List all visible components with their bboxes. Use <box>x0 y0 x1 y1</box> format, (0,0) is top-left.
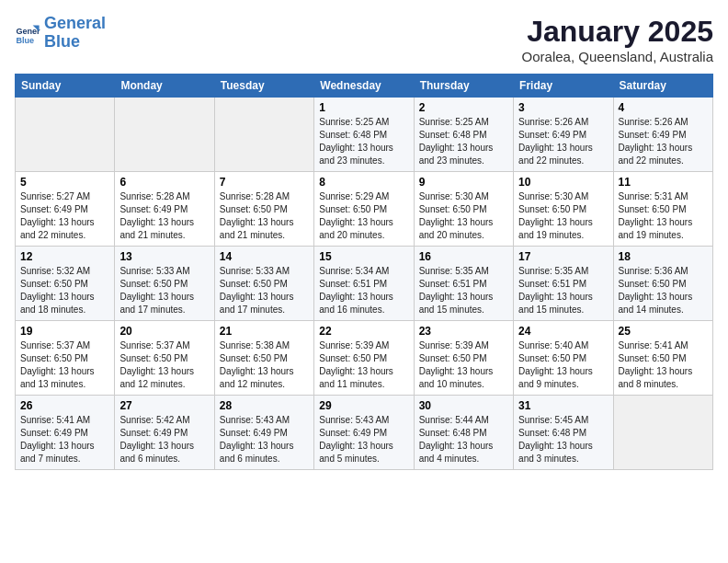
day-info: Sunrise: 5:38 AM Sunset: 6:50 PM Dayligh… <box>220 339 309 391</box>
day-cell: 22Sunrise: 5:39 AM Sunset: 6:50 PM Dayli… <box>314 321 414 396</box>
day-cell: 17Sunrise: 5:35 AM Sunset: 6:51 PM Dayli… <box>514 247 613 321</box>
day-cell: 7Sunrise: 5:28 AM Sunset: 6:50 PM Daylig… <box>214 172 313 247</box>
day-info: Sunrise: 5:39 AM Sunset: 6:50 PM Dayligh… <box>419 339 508 391</box>
day-number: 11 <box>619 176 708 189</box>
day-cell: 8Sunrise: 5:29 AM Sunset: 6:50 PM Daylig… <box>314 172 414 247</box>
day-cell: 28Sunrise: 5:43 AM Sunset: 6:49 PM Dayli… <box>214 396 313 470</box>
day-cell: 10Sunrise: 5:30 AM Sunset: 6:50 PM Dayli… <box>514 172 613 247</box>
day-cell: 24Sunrise: 5:40 AM Sunset: 6:50 PM Dayli… <box>514 321 613 396</box>
day-number: 10 <box>518 176 608 189</box>
day-number: 13 <box>119 250 209 263</box>
logo-blue: Blue <box>44 33 106 52</box>
day-number: 1 <box>319 101 408 114</box>
day-number: 31 <box>518 399 608 412</box>
day-cell <box>214 98 313 172</box>
week-row-3: 12Sunrise: 5:32 AM Sunset: 6:50 PM Dayli… <box>16 247 713 321</box>
day-info: Sunrise: 5:33 AM Sunset: 6:50 PM Dayligh… <box>119 265 209 316</box>
day-number: 9 <box>419 176 508 189</box>
day-cell: 16Sunrise: 5:35 AM Sunset: 6:51 PM Dayli… <box>414 247 513 321</box>
day-info: Sunrise: 5:45 AM Sunset: 6:48 PM Dayligh… <box>518 414 608 465</box>
day-cell <box>16 98 115 172</box>
day-info: Sunrise: 5:40 AM Sunset: 6:50 PM Dayligh… <box>518 339 608 391</box>
day-info: Sunrise: 5:39 AM Sunset: 6:50 PM Dayligh… <box>319 339 408 391</box>
day-info: Sunrise: 5:33 AM Sunset: 6:50 PM Dayligh… <box>220 265 309 316</box>
day-cell: 27Sunrise: 5:42 AM Sunset: 6:49 PM Dayli… <box>115 396 214 470</box>
day-info: Sunrise: 5:28 AM Sunset: 6:49 PM Dayligh… <box>119 190 209 242</box>
day-info: Sunrise: 5:25 AM Sunset: 6:48 PM Dayligh… <box>319 116 408 167</box>
day-info: Sunrise: 5:34 AM Sunset: 6:51 PM Dayligh… <box>319 265 408 316</box>
weekday-header-friday: Friday <box>514 75 613 98</box>
day-info: Sunrise: 5:25 AM Sunset: 6:48 PM Dayligh… <box>419 116 508 167</box>
day-cell: 31Sunrise: 5:45 AM Sunset: 6:48 PM Dayli… <box>514 396 613 470</box>
day-number: 28 <box>220 399 309 412</box>
day-cell: 13Sunrise: 5:33 AM Sunset: 6:50 PM Dayli… <box>115 247 214 321</box>
day-info: Sunrise: 5:37 AM Sunset: 6:50 PM Dayligh… <box>20 339 109 391</box>
month-title: January 2025 <box>522 15 713 49</box>
day-number: 2 <box>419 101 508 114</box>
day-cell: 23Sunrise: 5:39 AM Sunset: 6:50 PM Dayli… <box>414 321 513 396</box>
day-cell: 25Sunrise: 5:41 AM Sunset: 6:50 PM Dayli… <box>613 321 712 396</box>
day-info: Sunrise: 5:43 AM Sunset: 6:49 PM Dayligh… <box>220 414 309 465</box>
day-number: 17 <box>518 250 608 263</box>
day-info: Sunrise: 5:31 AM Sunset: 6:50 PM Dayligh… <box>619 190 708 242</box>
day-info: Sunrise: 5:26 AM Sunset: 6:49 PM Dayligh… <box>619 116 708 167</box>
title-area: January 2025 Ooralea, Queensland, Austra… <box>522 15 713 64</box>
weekday-header-saturday: Saturday <box>613 75 712 98</box>
day-number: 5 <box>20 176 109 189</box>
day-cell: 30Sunrise: 5:44 AM Sunset: 6:48 PM Dayli… <box>414 396 513 470</box>
day-number: 23 <box>419 325 508 338</box>
day-cell: 1Sunrise: 5:25 AM Sunset: 6:48 PM Daylig… <box>314 98 414 172</box>
week-row-1: 1Sunrise: 5:25 AM Sunset: 6:48 PM Daylig… <box>16 98 713 172</box>
day-number: 22 <box>319 325 408 338</box>
day-cell: 11Sunrise: 5:31 AM Sunset: 6:50 PM Dayli… <box>613 172 712 247</box>
day-cell: 14Sunrise: 5:33 AM Sunset: 6:50 PM Dayli… <box>214 247 313 321</box>
logo-general: General <box>44 15 106 33</box>
day-cell: 5Sunrise: 5:27 AM Sunset: 6:49 PM Daylig… <box>16 172 115 247</box>
weekday-header-thursday: Thursday <box>414 75 513 98</box>
day-info: Sunrise: 5:37 AM Sunset: 6:50 PM Dayligh… <box>119 339 209 391</box>
day-info: Sunrise: 5:32 AM Sunset: 6:50 PM Dayligh… <box>20 265 109 316</box>
day-number: 20 <box>119 325 209 338</box>
day-info: Sunrise: 5:30 AM Sunset: 6:50 PM Dayligh… <box>518 190 608 242</box>
day-cell: 19Sunrise: 5:37 AM Sunset: 6:50 PM Dayli… <box>16 321 115 396</box>
day-cell: 15Sunrise: 5:34 AM Sunset: 6:51 PM Dayli… <box>314 247 414 321</box>
day-number: 19 <box>20 325 109 338</box>
weekday-header-wednesday: Wednesday <box>314 75 414 98</box>
day-info: Sunrise: 5:43 AM Sunset: 6:49 PM Dayligh… <box>319 414 408 465</box>
week-row-5: 26Sunrise: 5:41 AM Sunset: 6:49 PM Dayli… <box>16 396 713 470</box>
day-number: 24 <box>518 325 608 338</box>
day-cell: 3Sunrise: 5:26 AM Sunset: 6:49 PM Daylig… <box>514 98 613 172</box>
day-number: 6 <box>119 176 209 189</box>
day-cell: 2Sunrise: 5:25 AM Sunset: 6:48 PM Daylig… <box>414 98 513 172</box>
day-info: Sunrise: 5:44 AM Sunset: 6:48 PM Dayligh… <box>419 414 508 465</box>
day-info: Sunrise: 5:35 AM Sunset: 6:51 PM Dayligh… <box>518 265 608 316</box>
day-info: Sunrise: 5:27 AM Sunset: 6:49 PM Dayligh… <box>20 190 109 242</box>
day-number: 21 <box>220 325 309 338</box>
day-cell: 21Sunrise: 5:38 AM Sunset: 6:50 PM Dayli… <box>214 321 313 396</box>
day-info: Sunrise: 5:41 AM Sunset: 6:49 PM Dayligh… <box>20 414 109 465</box>
day-info: Sunrise: 5:28 AM Sunset: 6:50 PM Dayligh… <box>220 190 309 242</box>
day-number: 8 <box>319 176 408 189</box>
day-number: 25 <box>619 325 708 338</box>
day-number: 26 <box>20 399 109 412</box>
day-number: 12 <box>20 250 109 263</box>
day-info: Sunrise: 5:26 AM Sunset: 6:49 PM Dayligh… <box>518 116 608 167</box>
weekday-header-sunday: Sunday <box>16 75 115 98</box>
weekday-header-row: SundayMondayTuesdayWednesdayThursdayFrid… <box>16 75 713 98</box>
day-info: Sunrise: 5:42 AM Sunset: 6:49 PM Dayligh… <box>119 414 209 465</box>
day-cell: 29Sunrise: 5:43 AM Sunset: 6:49 PM Dayli… <box>314 396 414 470</box>
day-number: 7 <box>220 176 309 189</box>
day-number: 15 <box>319 250 408 263</box>
day-cell: 18Sunrise: 5:36 AM Sunset: 6:50 PM Dayli… <box>613 247 712 321</box>
day-number: 27 <box>119 399 209 412</box>
day-cell: 12Sunrise: 5:32 AM Sunset: 6:50 PM Dayli… <box>16 247 115 321</box>
day-number: 4 <box>619 101 708 114</box>
day-number: 16 <box>419 250 508 263</box>
header: General Blue General Blue January 2025 O… <box>15 15 713 64</box>
calendar-table: SundayMondayTuesdayWednesdayThursdayFrid… <box>15 74 713 470</box>
day-number: 14 <box>220 250 309 263</box>
day-number: 18 <box>619 250 708 263</box>
week-row-4: 19Sunrise: 5:37 AM Sunset: 6:50 PM Dayli… <box>16 321 713 396</box>
logo: General Blue General Blue <box>15 15 106 52</box>
day-info: Sunrise: 5:36 AM Sunset: 6:50 PM Dayligh… <box>619 265 708 316</box>
